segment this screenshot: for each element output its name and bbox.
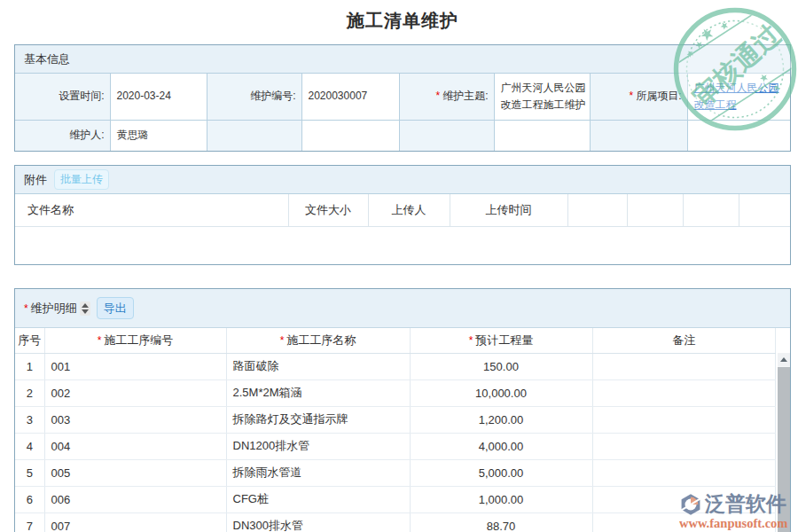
table-row[interactable]: 3003拆除路灯及交通指示牌1,200.00 (15, 406, 776, 433)
cell-seq: 1 (15, 353, 44, 379)
cell-name: 拆除路灯及交通指示牌 (226, 406, 410, 433)
cell-seq: 6 (15, 486, 44, 512)
field-label-text: 维护人: (69, 129, 104, 141)
empty-value-cell (687, 120, 790, 151)
col-process-name: *施工工序名称 (226, 328, 410, 353)
col-process-code: *施工工序编号 (44, 328, 226, 353)
cell-seq: 2 (15, 379, 44, 406)
cell-qty: 1,000.00 (410, 486, 592, 512)
col-empty (739, 194, 790, 226)
export-button[interactable]: 导出 (97, 297, 134, 319)
field-value-text: 广州天河人民公园 改造工程施工维护 (501, 80, 586, 113)
cell-qty: 150.00 (410, 353, 592, 379)
table-row[interactable]: 1001路面破除150.00 (15, 353, 776, 379)
table-row[interactable]: 20022.5M*2M箱涵10,000.00 (15, 379, 776, 406)
detail-table: 序号 *施工工序编号 *施工工序名称 *预计工程量 备注 1001路面破除150… (15, 328, 776, 532)
field-label-text: 维护主题: (442, 90, 488, 102)
col-seq: 序号 (15, 328, 44, 353)
table-row[interactable]: 6006CFG桩1,000.00 (15, 486, 776, 512)
cell-qty: 5,000.00 (410, 459, 592, 486)
cell-qty: 10,000.00 (410, 379, 592, 406)
cell-code: 007 (44, 512, 226, 532)
column-header-text: 施工工序名称 (286, 333, 356, 347)
cell-seq: 3 (15, 406, 44, 433)
col-remark: 备注 (592, 328, 776, 353)
required-marker: * (469, 334, 473, 347)
column-header-text: 预计工程量 (475, 333, 533, 347)
table-row[interactable]: 5005拆除雨水管道5,000.00 (15, 459, 776, 486)
required-marker: * (435, 90, 440, 102)
cell-seq: 4 (15, 433, 44, 459)
label-subject: *维护主题: (399, 74, 494, 120)
column-header-text: 施工工序编号 (104, 333, 173, 347)
vendor-logo-row: 泛普软件 (679, 490, 787, 518)
empty-label-cell (207, 120, 301, 151)
field-label-text: 设置时间: (59, 90, 104, 102)
project-link[interactable]: 广州天河人民公园 改造工程 (694, 80, 779, 113)
col-estimated-quantity: *预计工程量 (410, 328, 592, 353)
sort-down-icon (82, 309, 89, 314)
required-marker: * (98, 334, 102, 347)
sort-icon[interactable] (80, 301, 90, 316)
cell-seq: 5 (15, 459, 44, 486)
label-project: *所属项目: (590, 74, 687, 120)
value-set-time: 2020-03-24 (110, 74, 207, 120)
cell-remark (592, 379, 776, 406)
table-row[interactable]: 7007DN300排水管88.70 (15, 512, 776, 532)
table-row[interactable]: 4004DN1200排水管4,000.00 (15, 433, 776, 459)
required-marker: * (629, 90, 633, 102)
empty-label-cell (590, 120, 687, 151)
scroll-up-icon (780, 357, 787, 362)
value-maintain-no: 2020030007 (301, 74, 399, 120)
vendor-watermark: 泛普软件 www.fanpusoft.com (679, 490, 787, 531)
cell-code: 005 (44, 459, 226, 486)
attachments-header-row: 文件名称 文件大小 上传人 上传时间 (15, 194, 790, 226)
col-empty (683, 194, 739, 226)
sort-up-icon (82, 303, 89, 308)
cell-code: 006 (44, 486, 226, 512)
field-value-text: 2020-03-24 (117, 88, 171, 105)
attachments-table: 文件名称 文件大小 上传人 上传时间 (15, 194, 790, 227)
cell-name: DN300排水管 (226, 512, 410, 532)
col-empty (567, 194, 627, 226)
cell-code: 004 (44, 433, 226, 459)
col-file-size: 文件大小 (288, 194, 368, 226)
field-label-text: 维护编号: (250, 90, 295, 102)
basic-info-title: 基本信息 (24, 51, 70, 67)
empty-label-cell (399, 120, 494, 151)
empty-value-cell (494, 120, 590, 151)
cell-name: 拆除雨水管道 (226, 459, 410, 486)
section-attachments: 附件 批量上传 文件名称 文件大小 上传人 上传时间 (14, 165, 791, 265)
scroll-up-button[interactable] (778, 353, 790, 366)
attachments-title: 附件 (24, 172, 47, 188)
batch-upload-button[interactable]: 批量上传 (54, 169, 109, 190)
section-detail: * 维护明细 导出 序号 *施工工序编号 *施工工序名称 *预计工程量 备注 1… (14, 288, 791, 532)
cell-code: 003 (44, 406, 226, 433)
label-maintainer: 维护人: (15, 120, 110, 151)
cell-qty: 4,000.00 (410, 433, 592, 459)
cell-qty: 1,200.00 (410, 406, 592, 433)
basic-info-table: 设置时间: 2020-03-24 维护编号: 2020030007 *维护主题:… (15, 74, 790, 151)
page-title: 施工清单维护 (14, 9, 791, 33)
basic-info-header: 基本信息 (15, 45, 790, 74)
value-maintainer: 黄思璐 (110, 120, 207, 151)
cell-qty: 88.70 (410, 512, 592, 532)
cell-seq: 7 (15, 512, 44, 532)
empty-value-cell (301, 120, 399, 151)
field-label-text: 所属项目: (636, 90, 681, 102)
cell-name: CFG桩 (226, 486, 410, 512)
cell-remark (592, 433, 776, 459)
cell-code: 002 (44, 379, 226, 406)
page: 施工清单维护 基本信息 设置时间: 2020-03-24 维护编号: 20200… (0, 0, 798, 532)
detail-title: 维护明细 (31, 301, 77, 317)
cell-name: 路面破除 (226, 353, 410, 379)
column-header-text: 备注 (672, 333, 695, 347)
vendor-url: www.fanpusoft.com (679, 516, 787, 531)
required-marker: * (24, 302, 28, 315)
cell-remark (592, 406, 776, 433)
column-header-text: 序号 (18, 333, 41, 347)
col-uploader: 上传人 (368, 194, 450, 226)
cell-remark (592, 353, 776, 379)
col-upload-time: 上传时间 (450, 194, 567, 226)
cell-code: 001 (44, 353, 226, 379)
